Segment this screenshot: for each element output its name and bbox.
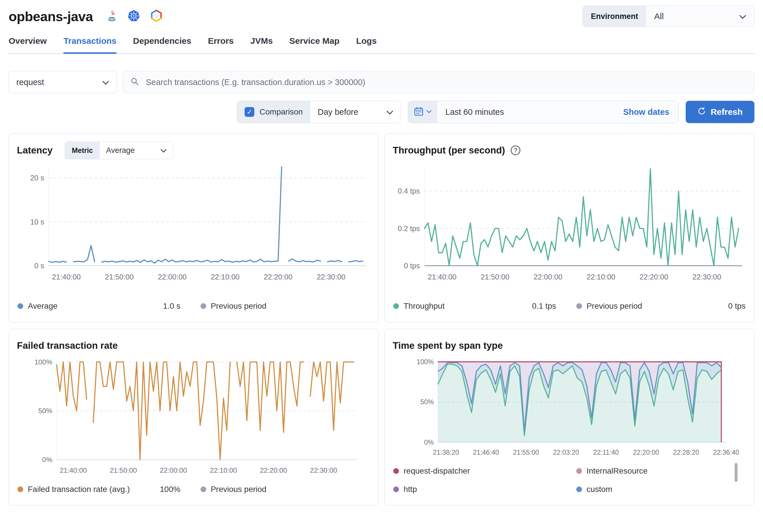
tab-logs[interactable]: Logs [356,36,377,53]
latency-panel: Latency Metric Average 0 s10 s20 s21:40:… [9,134,379,322]
svg-text:20 s: 20 s [30,174,45,182]
transaction-search-box [123,71,754,93]
legend-item[interactable]: Failed transaction rate (avg.) 100% [18,483,180,495]
svg-text:22:20:00: 22:20:00 [633,449,659,456]
svg-text:22:00:00: 22:00:00 [534,273,562,281]
svg-text:22:10:00: 22:10:00 [211,273,240,281]
service-tabs: Overview Transactions Dependencies Error… [9,36,754,54]
svg-text:22:30:00: 22:30:00 [310,467,337,474]
svg-text:22:20:00: 22:20:00 [260,467,287,474]
time-filter-row: ✓ Comparison Day before [9,101,754,123]
series-dot [393,468,399,474]
legend-item[interactable]: Throughput 0.1 tps [393,300,556,312]
svg-text:0.2 tps: 0.2 tps [398,225,420,233]
svg-text:0%: 0% [42,456,52,464]
series-dot [576,303,582,309]
refresh-button[interactable]: Refresh [686,101,754,123]
tab-errors[interactable]: Errors [208,36,234,53]
legend-item[interactable]: Average 1.0 s [18,300,180,312]
charts-grid: Latency Metric Average 0 s10 s20 s21:40:… [9,134,754,506]
calendar-menu-button[interactable] [408,101,437,123]
svg-text:21:50:00: 21:50:00 [110,467,137,474]
java-icon [107,10,117,22]
service-tech-icons [107,9,163,23]
svg-text:22:00:00: 22:00:00 [160,467,187,474]
environment-select[interactable]: Environment All [583,6,754,27]
series-dot [200,486,206,492]
svg-text:22:28:20: 22:28:20 [673,449,699,456]
transaction-type-value: request [16,78,44,87]
series-dot [393,303,399,309]
svg-text:22:20:00: 22:20:00 [264,273,292,281]
svg-text:0 tps: 0 tps [404,262,420,270]
search-input[interactable] [145,77,747,87]
page-title: opbeans-java [9,9,93,24]
time-spent-by-span-type-panel: Time spent by span type 0%50%100%21:38:2… [384,329,754,506]
comparison-select[interactable]: Day before [310,101,401,123]
svg-text:21:46:40: 21:46:40 [473,449,499,456]
time-spent-title: Time spent by span type [393,340,503,351]
svg-text:21:55:00: 21:55:00 [513,449,539,456]
svg-text:22:20:00: 22:20:00 [640,273,668,281]
comparison-checkbox[interactable]: ✓ [245,107,254,117]
svg-text:100%: 100% [417,358,434,366]
tab-transactions[interactable]: Transactions [63,36,116,53]
time-spent-chart[interactable]: 0%50%100%21:38:2021:46:4021:55:0022:03:2… [393,358,746,461]
svg-text:21:40:00: 21:40:00 [428,273,457,281]
throughput-title: Throughput (per second) [393,145,505,156]
calendar-icon [414,107,424,117]
failed-rate-title: Failed transaction rate [17,340,118,351]
series-dot [200,303,206,309]
legend-item[interactable]: InternalResource [576,465,745,477]
legend-item[interactable]: http [393,483,556,495]
legend-item[interactable]: Previous period [200,300,370,312]
svg-text:22:11:40: 22:11:40 [593,449,619,456]
search-row: request [9,71,754,93]
legend-item[interactable]: custom [576,483,745,495]
chevron-down-icon [161,146,167,155]
svg-text:22:30:00: 22:30:00 [693,273,721,281]
svg-text:22:10:00: 22:10:00 [587,273,615,281]
latency-title: Latency [17,145,53,156]
tab-overview[interactable]: Overview [9,36,47,53]
chevron-down-icon [102,78,109,87]
help-icon[interactable]: ? [511,146,520,155]
failed-rate-legend: Failed transaction rate (avg.) 100% Prev… [17,479,370,498]
failed-rate-chart[interactable]: 0%50%100%21:40:0021:50:0022:00:0022:10:0… [17,358,370,479]
latency-metric-select[interactable]: Metric Average [65,142,173,159]
svg-text:10 s: 10 s [30,218,45,226]
legend-scrollbar[interactable] [735,463,737,482]
environment-label: Environment [583,6,646,27]
throughput-chart[interactable]: 0 tps0.2 tps0.4 tps21:40:0021:50:0022:00… [393,163,746,287]
legend-item[interactable]: Previous period [200,483,370,495]
tab-service-map[interactable]: Service Map [289,36,339,53]
legend-item[interactable]: Previous period 0 tps [576,300,745,312]
service-header: opbeans-java [9,0,754,24]
svg-text:22:00:00: 22:00:00 [158,273,186,281]
legend-item[interactable]: request-dispatcher [393,465,556,477]
transaction-type-select[interactable]: request [9,71,117,93]
metric-value: Average [106,146,135,155]
comparison-value: Day before [318,107,358,117]
svg-text:22:03:20: 22:03:20 [553,449,579,456]
refresh-icon [698,107,706,117]
latency-chart[interactable]: 0 s10 s20 s21:40:0021:50:0022:00:0022:10… [17,163,370,287]
date-picker: Last 60 minutes Show dates [408,101,679,123]
svg-text:21:40:00: 21:40:00 [59,467,87,474]
throughput-panel: Throughput (per second) ? 0 tps0.2 tps0.… [384,134,754,322]
chevron-down-icon [739,11,746,21]
tab-jvms[interactable]: JVMs [250,36,272,53]
series-dot [393,486,399,492]
show-dates-link[interactable]: Show dates [623,107,679,117]
metric-label: Metric [65,142,100,159]
svg-text:0%: 0% [424,439,434,446]
apm-service-page: opbeans-java [0,0,763,506]
svg-text:50%: 50% [420,398,434,406]
comparison-group: ✓ Comparison Day before [237,101,401,123]
comparison-label: Comparison [260,107,303,117]
series-dot [576,468,582,474]
svg-text:100%: 100% [34,358,52,366]
chevron-down-icon [386,107,393,117]
time-range-value[interactable]: Last 60 minutes [437,107,504,117]
tab-dependencies[interactable]: Dependencies [133,36,191,53]
